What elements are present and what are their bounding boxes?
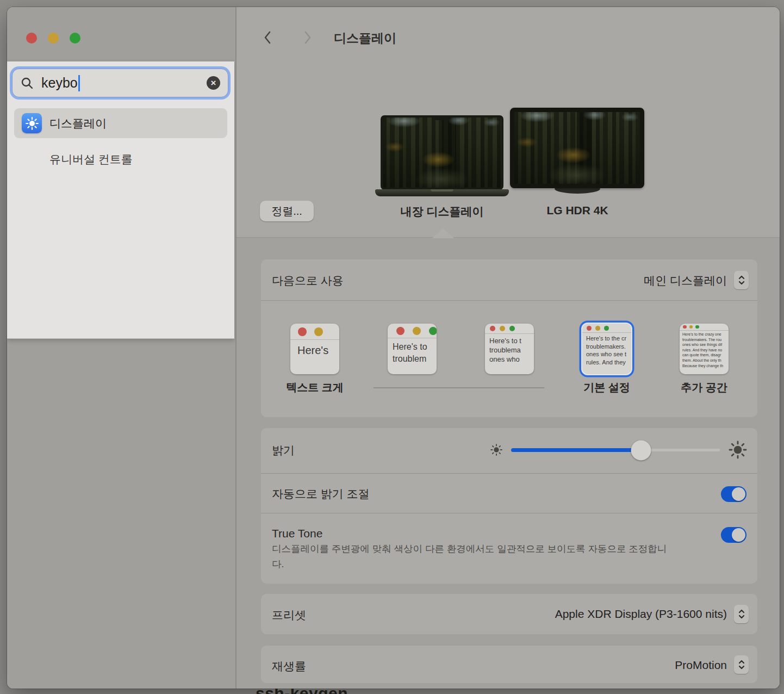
arrange-button[interactable]: 정렬... bbox=[260, 201, 314, 221]
preset-dropdown[interactable] bbox=[734, 605, 749, 623]
refresh-rate-card: 재생률 ProMotion bbox=[261, 646, 757, 683]
true-tone-toggle[interactable] bbox=[721, 527, 746, 543]
mini-window-titlebar bbox=[680, 324, 729, 331]
back-button[interactable] bbox=[260, 29, 276, 46]
search-query-text: keybo bbox=[41, 75, 78, 91]
mini-window-titlebar bbox=[485, 324, 534, 334]
refresh-rate-dropdown[interactable] bbox=[734, 655, 749, 674]
use-as-scaling-card: 다음으로 사용 메인 디스플레이 Here's bbox=[261, 259, 757, 417]
row-separator bbox=[261, 473, 757, 474]
row-separator bbox=[261, 513, 757, 513]
scaling-options-line bbox=[374, 387, 544, 388]
use-as-label: 다음으로 사용 bbox=[272, 273, 344, 288]
mini-window-text: Here's to the crazy one troublemakers. T… bbox=[680, 331, 729, 368]
scaling-option-more-space[interactable]: Here's to the crazy one troublemakers. T… bbox=[680, 324, 729, 374]
display-arrangement-area: 디스플레이 내장 디스플레이 LG HDR 4K 정렬... bbox=[237, 7, 780, 238]
search-input[interactable]: keybo × bbox=[12, 69, 228, 97]
auto-brightness-label: 자동으로 밝기 조절 bbox=[272, 486, 370, 501]
system-settings-window: keybo × 디스플레이 유니버설 컨트롤 bbox=[7, 7, 780, 689]
scaling-label-more-space: 추가 공간 bbox=[681, 380, 727, 395]
sidebar-item-label: 유니버설 컨트롤 bbox=[49, 152, 133, 167]
external-display-label: LG HDR 4K bbox=[546, 204, 608, 217]
brightness-slider[interactable] bbox=[511, 448, 720, 452]
mini-window-text: Here's to t troublema ones who bbox=[485, 334, 534, 364]
forward-button[interactable] bbox=[299, 29, 315, 46]
builtin-display-label: 내장 디스플레이 bbox=[401, 204, 484, 219]
display-settings-icon bbox=[22, 113, 42, 133]
search-results-panel: keybo × 디스플레이 유니버설 컨트롤 bbox=[7, 61, 234, 339]
sidebar-item-universal-control[interactable]: 유니버설 컨트롤 bbox=[14, 144, 227, 174]
mini-window-text: Here's bbox=[290, 340, 339, 357]
display-settings-area: 다음으로 사용 메인 디스플레이 Here's bbox=[237, 238, 780, 689]
brightness-high-icon bbox=[727, 439, 748, 462]
use-as-value: 메인 디스플레이 bbox=[644, 273, 727, 288]
scaling-option-2[interactable]: Here's to troublem bbox=[388, 324, 437, 374]
true-tone-description: 디스플레이를 주변광에 맞춰 색상이 다른 환경에서도 일관적으로 보이도록 자… bbox=[272, 541, 674, 572]
refresh-rate-value: ProMotion bbox=[675, 659, 727, 672]
sidebar-item-label: 디스플레이 bbox=[49, 116, 107, 131]
builtin-display-thumbnail[interactable] bbox=[381, 115, 503, 190]
mini-window-titlebar bbox=[290, 324, 339, 340]
mini-window-text: Here's to troublem bbox=[388, 338, 437, 365]
brightness-card: 밝기 bbox=[261, 428, 757, 584]
clear-search-icon[interactable]: × bbox=[207, 76, 220, 90]
row-separator bbox=[261, 300, 757, 301]
search-icon bbox=[20, 76, 34, 90]
laptop-notch bbox=[435, 117, 449, 120]
mini-window-text: Here's to the cr troublemakers. ones who… bbox=[582, 333, 631, 366]
brightness-label: 밝기 bbox=[272, 443, 295, 458]
external-display-thumbnail[interactable] bbox=[510, 108, 644, 188]
traffic-lights bbox=[26, 33, 80, 44]
close-button[interactable] bbox=[26, 33, 37, 44]
scaling-option-default[interactable]: Here's to the cr troublemakers. ones who… bbox=[582, 324, 631, 374]
scaling-option-3[interactable]: Here's to t troublema ones who bbox=[485, 324, 534, 374]
preset-label: 프리셋 bbox=[272, 608, 306, 623]
brightness-knob[interactable] bbox=[631, 440, 651, 460]
brightness-low-icon bbox=[489, 442, 504, 460]
laptop-base bbox=[375, 189, 509, 196]
zoom-button[interactable] bbox=[70, 33, 80, 44]
refresh-rate-label: 재생률 bbox=[272, 659, 306, 674]
mini-window-titlebar bbox=[388, 324, 437, 338]
use-as-dropdown[interactable] bbox=[734, 271, 749, 289]
mini-window-titlebar bbox=[582, 324, 631, 333]
sidebar-item-displays[interactable]: 디스플레이 bbox=[14, 108, 227, 138]
scaling-label-larger-text: 텍스트 크게 bbox=[286, 380, 344, 395]
preset-value: Apple XDR Display (P3-1600 nits) bbox=[555, 608, 727, 621]
minimize-button[interactable] bbox=[48, 33, 59, 44]
scaling-label-default: 기본 설정 bbox=[583, 380, 630, 395]
preset-card: 프리셋 Apple XDR Display (P3-1600 nits) bbox=[261, 594, 757, 634]
page-title: 디스플레이 bbox=[334, 30, 396, 47]
main-panel: 디스플레이 내장 디스플레이 LG HDR 4K 정렬... 다음으로 사용 메… bbox=[237, 7, 780, 689]
auto-brightness-toggle[interactable] bbox=[721, 486, 746, 502]
true-tone-label: True Tone bbox=[272, 527, 322, 540]
brightness-fill bbox=[511, 448, 641, 452]
text-cursor bbox=[78, 75, 80, 91]
scaling-option-larger-text[interactable]: Here's bbox=[290, 324, 339, 374]
sidebar: keybo × 디스플레이 유니버설 컨트롤 bbox=[7, 7, 235, 689]
